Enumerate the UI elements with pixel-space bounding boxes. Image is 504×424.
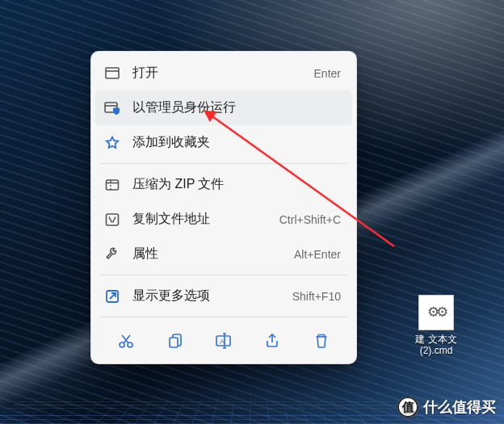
star-icon bbox=[103, 134, 121, 152]
menu-shortcut: Ctrl+Shift+C bbox=[279, 213, 341, 226]
svg-rect-9 bbox=[170, 338, 178, 347]
menu-shortcut: Shift+F10 bbox=[292, 290, 341, 303]
context-menu: 打开 Enter 以管理员身份运行 添加到收藏夹 压缩为 ZIP 文件 复制文件… bbox=[90, 51, 357, 364]
cut-button[interactable] bbox=[111, 325, 141, 356]
window-icon bbox=[103, 65, 121, 82]
svg-rect-0 bbox=[106, 68, 119, 78]
menu-label: 打开 bbox=[132, 65, 314, 82]
separator bbox=[100, 317, 347, 317]
watermark-badge-icon: 值 bbox=[397, 397, 418, 418]
menu-label: 复制文件地址 bbox=[132, 211, 279, 228]
copy-path-icon bbox=[103, 211, 121, 229]
menu-properties[interactable]: 属性 Alt+Enter bbox=[95, 237, 352, 271]
watermark: 值 什么值得买 bbox=[397, 397, 496, 418]
share-button[interactable] bbox=[257, 325, 288, 356]
menu-copy-path[interactable]: 复制文件地址 Ctrl+Shift+C bbox=[95, 202, 352, 237]
menu-label: 属性 bbox=[132, 246, 294, 262]
menu-shortcut: Enter bbox=[314, 67, 341, 80]
svg-text:A: A bbox=[220, 338, 225, 346]
menu-label: 以管理员身份运行 bbox=[132, 99, 341, 116]
menu-label: 压缩为 ZIP 文件 bbox=[132, 176, 341, 193]
svg-rect-4 bbox=[107, 180, 119, 190]
menu-label: 添加到收藏夹 bbox=[132, 134, 341, 151]
delete-button[interactable] bbox=[306, 325, 337, 356]
shield-admin-icon bbox=[103, 99, 121, 117]
desktop-file[interactable]: 建 文本文 (2).cmd bbox=[411, 295, 461, 357]
menu-open[interactable]: 打开 Enter bbox=[95, 56, 352, 90]
rename-button[interactable]: A bbox=[208, 325, 239, 356]
menu-show-more[interactable]: 显示更多选项 Shift+F10 bbox=[95, 279, 352, 313]
zip-icon bbox=[103, 176, 121, 194]
wrench-icon bbox=[103, 246, 121, 263]
expand-icon bbox=[103, 288, 121, 305]
menu-shortcut: Alt+Enter bbox=[294, 248, 341, 261]
action-toolbar: A bbox=[95, 321, 352, 359]
copy-button[interactable] bbox=[160, 325, 191, 356]
svg-rect-5 bbox=[107, 214, 119, 225]
watermark-text: 什么值得买 bbox=[423, 397, 496, 417]
separator bbox=[100, 163, 347, 164]
menu-label: 显示更多选项 bbox=[132, 288, 292, 304]
menu-add-favorite[interactable]: 添加到收藏夹 bbox=[95, 125, 352, 160]
menu-run-as-admin[interactable]: 以管理员身份运行 bbox=[95, 90, 352, 125]
file-name: 建 文本文 (2).cmd bbox=[411, 334, 461, 357]
separator bbox=[100, 275, 347, 275]
menu-compress-zip[interactable]: 压缩为 ZIP 文件 bbox=[95, 167, 352, 202]
file-icon bbox=[418, 295, 454, 330]
